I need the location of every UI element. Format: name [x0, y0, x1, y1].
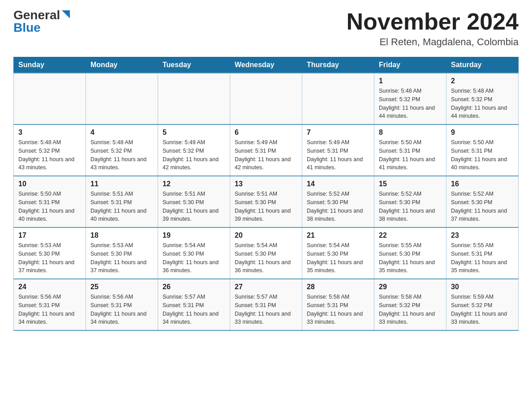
calendar-cell-w1-d7: 2Sunrise: 5:48 AMSunset: 5:32 PMDaylight… — [446, 73, 519, 124]
calendar-cell-w2-d2: 4Sunrise: 5:48 AMSunset: 5:32 PMDaylight… — [86, 124, 158, 176]
day-number: 2 — [451, 77, 514, 85]
day-info: Sunrise: 5:49 AMSunset: 5:31 PMDaylight:… — [235, 138, 297, 172]
calendar-week-1: 1Sunrise: 5:48 AMSunset: 5:32 PMDaylight… — [14, 73, 519, 124]
day-info: Sunrise: 5:50 AMSunset: 5:31 PMDaylight:… — [379, 138, 442, 172]
logo: General Blue — [13, 9, 71, 34]
day-info: Sunrise: 5:52 AMSunset: 5:30 PMDaylight:… — [379, 190, 442, 223]
col-monday: Monday — [86, 57, 158, 73]
col-tuesday: Tuesday — [158, 57, 230, 73]
day-number: 14 — [307, 180, 369, 188]
day-info: Sunrise: 5:57 AMSunset: 5:31 PMDaylight:… — [163, 293, 225, 326]
day-info: Sunrise: 5:51 AMSunset: 5:30 PMDaylight:… — [235, 190, 297, 223]
day-number: 15 — [379, 180, 442, 188]
logo-general-text: General — [13, 9, 60, 21]
day-info: Sunrise: 5:55 AMSunset: 5:30 PMDaylight:… — [379, 241, 442, 275]
calendar-cell-w3-d1: 10Sunrise: 5:50 AMSunset: 5:31 PMDayligh… — [14, 176, 86, 227]
day-number: 28 — [307, 283, 369, 291]
day-number: 7 — [307, 128, 369, 137]
calendar-cell-w1-d2 — [86, 73, 158, 124]
day-info: Sunrise: 5:57 AMSunset: 5:31 PMDaylight:… — [235, 293, 297, 326]
calendar-cell-w5-d4: 27Sunrise: 5:57 AMSunset: 5:31 PMDayligh… — [230, 279, 302, 330]
day-info: Sunrise: 5:49 AMSunset: 5:32 PMDaylight:… — [163, 138, 225, 172]
logo-arrow-icon — [61, 9, 71, 19]
month-title: November 2024 — [347, 9, 519, 34]
calendar-cell-w4-d7: 23Sunrise: 5:55 AMSunset: 5:31 PMDayligh… — [446, 227, 519, 279]
day-number: 13 — [235, 180, 297, 188]
day-number: 8 — [379, 128, 442, 137]
calendar-cell-w4-d5: 21Sunrise: 5:54 AMSunset: 5:30 PMDayligh… — [302, 227, 374, 279]
calendar-week-5: 24Sunrise: 5:56 AMSunset: 5:31 PMDayligh… — [14, 279, 519, 330]
day-info: Sunrise: 5:52 AMSunset: 5:30 PMDaylight:… — [451, 190, 514, 223]
calendar-header-row: Sunday Monday Tuesday Wednesday Thursday… — [14, 57, 519, 73]
day-number: 12 — [163, 180, 225, 188]
day-info: Sunrise: 5:59 AMSunset: 5:32 PMDaylight:… — [451, 293, 514, 326]
day-number: 21 — [307, 231, 369, 240]
calendar-cell-w2-d6: 8Sunrise: 5:50 AMSunset: 5:31 PMDaylight… — [374, 124, 446, 176]
day-number: 16 — [451, 180, 514, 188]
day-info: Sunrise: 5:56 AMSunset: 5:31 PMDaylight:… — [90, 293, 153, 326]
day-number: 9 — [451, 128, 514, 137]
calendar-cell-w3-d4: 13Sunrise: 5:51 AMSunset: 5:30 PMDayligh… — [230, 176, 302, 227]
day-number: 23 — [451, 231, 514, 240]
day-info: Sunrise: 5:52 AMSunset: 5:30 PMDaylight:… — [307, 190, 369, 223]
day-number: 29 — [379, 283, 442, 291]
day-info: Sunrise: 5:51 AMSunset: 5:30 PMDaylight:… — [163, 190, 225, 223]
day-number: 26 — [163, 283, 225, 291]
calendar-cell-w2-d1: 3Sunrise: 5:48 AMSunset: 5:32 PMDaylight… — [14, 124, 86, 176]
calendar-week-3: 10Sunrise: 5:50 AMSunset: 5:31 PMDayligh… — [14, 176, 519, 227]
title-block: November 2024 El Reten, Magdalena, Colom… — [347, 9, 519, 48]
calendar-table: Sunday Monday Tuesday Wednesday Thursday… — [13, 57, 519, 331]
calendar-cell-w4-d6: 22Sunrise: 5:55 AMSunset: 5:30 PMDayligh… — [374, 227, 446, 279]
day-number: 20 — [235, 231, 297, 240]
calendar-cell-w5-d7: 30Sunrise: 5:59 AMSunset: 5:32 PMDayligh… — [446, 279, 519, 330]
calendar-week-2: 3Sunrise: 5:48 AMSunset: 5:32 PMDaylight… — [14, 124, 519, 176]
col-sunday: Sunday — [14, 57, 86, 73]
col-thursday: Thursday — [302, 57, 374, 73]
day-info: Sunrise: 5:48 AMSunset: 5:32 PMDaylight:… — [379, 87, 442, 120]
day-info: Sunrise: 5:50 AMSunset: 5:31 PMDaylight:… — [451, 138, 514, 172]
day-number: 10 — [18, 180, 81, 188]
day-number: 19 — [163, 231, 225, 240]
day-number: 30 — [451, 283, 514, 291]
day-info: Sunrise: 5:54 AMSunset: 5:30 PMDaylight:… — [307, 241, 369, 275]
calendar-week-4: 17Sunrise: 5:53 AMSunset: 5:30 PMDayligh… — [14, 227, 519, 279]
calendar-cell-w1-d6: 1Sunrise: 5:48 AMSunset: 5:32 PMDaylight… — [374, 73, 446, 124]
day-number: 6 — [235, 128, 297, 137]
calendar-cell-w2-d4: 6Sunrise: 5:49 AMSunset: 5:31 PMDaylight… — [230, 124, 302, 176]
day-number: 4 — [90, 128, 153, 137]
calendar-cell-w3-d5: 14Sunrise: 5:52 AMSunset: 5:30 PMDayligh… — [302, 176, 374, 227]
page-header: General Blue November 2024 El Reten, Mag… — [13, 9, 519, 48]
calendar-cell-w4-d3: 19Sunrise: 5:54 AMSunset: 5:30 PMDayligh… — [158, 227, 230, 279]
day-number: 1 — [379, 77, 442, 85]
day-info: Sunrise: 5:54 AMSunset: 5:30 PMDaylight:… — [235, 241, 297, 275]
calendar-cell-w2-d7: 9Sunrise: 5:50 AMSunset: 5:31 PMDaylight… — [446, 124, 519, 176]
day-info: Sunrise: 5:50 AMSunset: 5:31 PMDaylight:… — [18, 190, 81, 223]
svg-marker-0 — [62, 10, 70, 18]
day-info: Sunrise: 5:58 AMSunset: 5:31 PMDaylight:… — [307, 293, 369, 326]
calendar-cell-w1-d5 — [302, 73, 374, 124]
day-number: 24 — [18, 283, 81, 291]
calendar-cell-w1-d1 — [14, 73, 86, 124]
calendar-cell-w3-d2: 11Sunrise: 5:51 AMSunset: 5:31 PMDayligh… — [86, 176, 158, 227]
col-saturday: Saturday — [446, 57, 519, 73]
day-info: Sunrise: 5:53 AMSunset: 5:30 PMDaylight:… — [90, 241, 153, 275]
day-info: Sunrise: 5:54 AMSunset: 5:30 PMDaylight:… — [163, 241, 225, 275]
day-number: 25 — [90, 283, 153, 291]
calendar-cell-w4-d1: 17Sunrise: 5:53 AMSunset: 5:30 PMDayligh… — [14, 227, 86, 279]
calendar-header: Sunday Monday Tuesday Wednesday Thursday… — [14, 57, 519, 73]
calendar-cell-w5-d1: 24Sunrise: 5:56 AMSunset: 5:31 PMDayligh… — [14, 279, 86, 330]
day-number: 27 — [235, 283, 297, 291]
day-info: Sunrise: 5:48 AMSunset: 5:32 PMDaylight:… — [451, 87, 514, 120]
day-number: 22 — [379, 231, 442, 240]
calendar-cell-w1-d4 — [230, 73, 302, 124]
day-info: Sunrise: 5:56 AMSunset: 5:31 PMDaylight:… — [18, 293, 81, 326]
day-info: Sunrise: 5:53 AMSunset: 5:30 PMDaylight:… — [18, 241, 81, 275]
day-number: 3 — [18, 128, 81, 137]
logo-blue-text: Blue — [13, 21, 41, 34]
calendar-cell-w1-d3 — [158, 73, 230, 124]
col-wednesday: Wednesday — [230, 57, 302, 73]
day-number: 11 — [90, 180, 153, 188]
calendar-body: 1Sunrise: 5:48 AMSunset: 5:32 PMDaylight… — [14, 73, 519, 330]
calendar-cell-w4-d4: 20Sunrise: 5:54 AMSunset: 5:30 PMDayligh… — [230, 227, 302, 279]
day-info: Sunrise: 5:55 AMSunset: 5:31 PMDaylight:… — [451, 241, 514, 275]
